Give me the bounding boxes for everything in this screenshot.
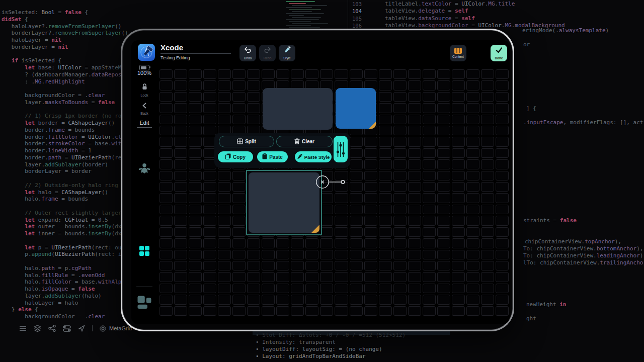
toggles-icon[interactable] — [63, 325, 71, 332]
grid-cell[interactable] — [364, 227, 377, 237]
grid-cell[interactable] — [437, 92, 450, 102]
grid-cell[interactable] — [496, 80, 509, 90]
grid-cell[interactable] — [218, 92, 231, 102]
done-button[interactable]: Done — [491, 45, 507, 61]
layouts-button[interactable] — [131, 296, 157, 310]
grid-cell[interactable] — [247, 284, 260, 293]
grid-cell[interactable] — [466, 126, 479, 135]
grid-cell[interactable] — [335, 69, 348, 79]
grid-cell[interactable] — [393, 80, 407, 90]
grid-cell[interactable] — [174, 103, 187, 113]
grid-cell[interactable] — [393, 137, 407, 146]
placed-cell-slate[interactable] — [263, 88, 333, 130]
grid-cell[interactable] — [466, 238, 479, 248]
grid-cell[interactable] — [189, 103, 202, 113]
grid-cell[interactable] — [364, 272, 377, 282]
grid-cell[interactable] — [247, 115, 260, 124]
grid-cell[interactable] — [423, 126, 436, 135]
grid-cell[interactable] — [247, 80, 260, 90]
grid-cell[interactable] — [291, 238, 304, 248]
grid-cell[interactable] — [174, 227, 187, 237]
grid-cell[interactable] — [305, 272, 318, 282]
grid-cell[interactable] — [452, 227, 465, 237]
grid-cell[interactable] — [408, 103, 421, 113]
grid-cell[interactable] — [437, 205, 450, 214]
grid-cell[interactable] — [159, 272, 173, 282]
grid-cell[interactable] — [305, 250, 318, 259]
grid-cell[interactable] — [452, 193, 465, 203]
grid-cell[interactable] — [203, 115, 216, 124]
grid-cell[interactable] — [393, 238, 407, 248]
grid-cell[interactable] — [466, 227, 479, 237]
grid-cell[interactable] — [408, 295, 421, 304]
grid-cell[interactable] — [481, 92, 494, 102]
content-button[interactable]: Content — [450, 45, 466, 61]
grid-cell[interactable] — [291, 69, 304, 79]
grid-cell[interactable] — [496, 250, 509, 259]
grid-cell[interactable] — [437, 103, 450, 113]
grid-cell[interactable] — [481, 261, 494, 270]
grid-cell[interactable] — [159, 295, 173, 304]
grid-cell[interactable] — [379, 80, 392, 90]
grid-cell[interactable] — [174, 295, 187, 304]
grid-cell[interactable] — [496, 216, 509, 225]
grid-cell[interactable] — [452, 137, 465, 146]
grid-cell[interactable] — [203, 193, 216, 203]
grid-cell[interactable] — [466, 295, 479, 304]
grid-cell[interactable] — [159, 115, 173, 124]
grid-cell[interactable] — [423, 182, 436, 192]
grid-cell[interactable] — [189, 227, 202, 237]
grid-cell[interactable] — [218, 216, 231, 225]
grid-cell[interactable] — [408, 148, 421, 158]
grid-cell[interactable] — [174, 148, 187, 158]
grid-cell[interactable] — [335, 284, 348, 293]
grid-cell[interactable] — [364, 250, 377, 259]
grid-cell[interactable] — [481, 216, 494, 225]
grid-cell[interactable] — [335, 272, 348, 282]
grid-cell[interactable] — [232, 80, 246, 90]
grid-cell[interactable] — [159, 182, 173, 192]
grid-cell[interactable] — [393, 193, 407, 203]
grid-cell[interactable] — [305, 261, 318, 270]
grid-cell[interactable] — [452, 295, 465, 304]
grid-cell[interactable] — [335, 216, 348, 225]
grid-cell[interactable] — [218, 182, 231, 192]
grid-cell[interactable] — [481, 69, 494, 79]
grid-cell[interactable] — [481, 103, 494, 113]
grid-cell[interactable] — [174, 126, 187, 135]
grid-cell[interactable] — [379, 227, 392, 237]
grid-cell[interactable] — [393, 306, 407, 316]
grid-cell[interactable] — [189, 238, 202, 248]
grid-cell[interactable] — [262, 250, 275, 259]
grid-cell[interactable] — [174, 171, 187, 180]
grid-cell[interactable] — [379, 250, 392, 259]
grid-cell[interactable] — [481, 182, 494, 192]
back-button[interactable]: Back — [131, 102, 157, 115]
style-button[interactable]: Style — [279, 45, 295, 61]
grid-cell[interactable] — [247, 69, 260, 79]
grid-cell[interactable] — [218, 227, 231, 237]
grid-cell[interactable] — [393, 126, 407, 135]
grid-cell[interactable] — [364, 238, 377, 248]
grid-cell[interactable] — [305, 306, 318, 316]
grid-cell[interactable] — [189, 80, 202, 90]
node-graph-icon[interactable] — [48, 325, 56, 332]
grid-cell[interactable] — [452, 148, 465, 158]
grid-cell[interactable] — [320, 238, 333, 248]
grid-cell[interactable] — [437, 238, 450, 248]
grid-cell[interactable] — [379, 126, 392, 135]
paste-style-button[interactable]: Paste Style — [295, 151, 332, 162]
edit-tab[interactable]: Edit — [131, 120, 157, 128]
grid-cell[interactable] — [203, 182, 216, 192]
grid-cell[interactable] — [247, 306, 260, 316]
grid-cell[interactable] — [379, 182, 392, 192]
grid-cell[interactable] — [423, 171, 436, 180]
grid-cell[interactable] — [218, 250, 231, 259]
grid-cell[interactable] — [481, 295, 494, 304]
grid-cell[interactable] — [320, 69, 333, 79]
grid-cell[interactable] — [159, 238, 173, 248]
grid-cell[interactable] — [466, 92, 479, 102]
grid-cell[interactable] — [408, 137, 421, 146]
grid-cell[interactable] — [189, 261, 202, 270]
grid-cell[interactable] — [481, 115, 494, 124]
